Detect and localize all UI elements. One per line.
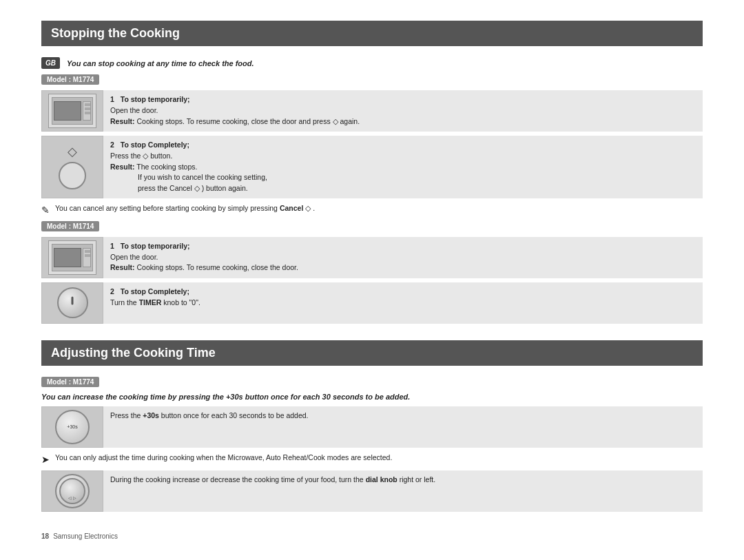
m1714-step2-image: [41, 282, 103, 324]
m1714-step2-block: 2 To stop Completely; Turn the TIMER kno…: [41, 282, 703, 324]
timer-knob-icon: [57, 287, 88, 318]
section2-step1-image: +30s: [41, 406, 103, 448]
microwave2-icon: [48, 240, 96, 275]
plus30s-button-icon: +30s: [55, 410, 90, 444]
m1774-step1-block: 1 To stop temporarily; Open the door. Re…: [41, 90, 703, 132]
m1714-step2-content: 2 To stop Completely; Turn the TIMER kno…: [103, 282, 703, 324]
arrow-icon: ➤: [41, 454, 50, 465]
section2-step2-content: During the cooking increase or decrease …: [103, 470, 703, 512]
note-icon: ✎: [41, 205, 50, 216]
m1714-step1-content: 1 To stop temporarily; Open the door. Re…: [103, 237, 703, 278]
model2-badge: Model : M1714: [41, 221, 99, 231]
model1-badge: Model : M1774: [41, 74, 99, 85]
section2-step2-image: ◁ ▷: [41, 470, 103, 512]
footer: 18 Samsung Electronics: [41, 532, 703, 540]
section1: Stopping the Cooking GB You can stop coo…: [41, 21, 703, 324]
section1-intro: GB You can stop cooking at any time to c…: [41, 57, 703, 69]
section2: Adjusting the Cooking Time Model : M1774…: [41, 340, 703, 512]
m1714-step1-block: 1 To stop temporarily; Open the door. Re…: [41, 237, 703, 278]
m1774-step2-image: ◇: [41, 136, 103, 198]
section1-title: Stopping the Cooking: [41, 21, 703, 46]
section2-step1-content: Press the +30s button once for each 30 s…: [103, 406, 703, 448]
dial-knob-icon: ◁ ▷: [55, 474, 90, 508]
m1774-step1-image: [41, 90, 103, 132]
m1714-step1-image: [41, 237, 103, 278]
section2-step2-block: ◁ ▷ During the cooking increase or decre…: [41, 470, 703, 512]
m1774-step2-block: ◇ 2 To stop Completely; Press the ◇ butt…: [41, 136, 703, 198]
cancel-button-icon: [59, 162, 86, 189]
section2-note: ➤ You can only adjust the time during co…: [41, 453, 703, 465]
m1774-note: ✎ You can cancel any setting before star…: [41, 204, 703, 216]
page-number: 18: [41, 532, 49, 540]
section2-step1-block: +30s Press the +30s button once for each…: [41, 406, 703, 448]
brand-name: Samsung Electronics: [53, 532, 118, 540]
gb-badge: GB: [41, 57, 60, 69]
section2-intro: You can increase the cooking time by pre…: [41, 393, 703, 401]
section2-model-badge: Model : M1774: [41, 377, 99, 387]
section2-title: Adjusting the Cooking Time: [41, 340, 703, 366]
m1774-step2-content: 2 To stop Completely; Press the ◇ button…: [103, 136, 703, 198]
m1774-step1-content: 1 To stop temporarily; Open the door. Re…: [103, 90, 703, 132]
microwave-icon: [48, 94, 96, 128]
